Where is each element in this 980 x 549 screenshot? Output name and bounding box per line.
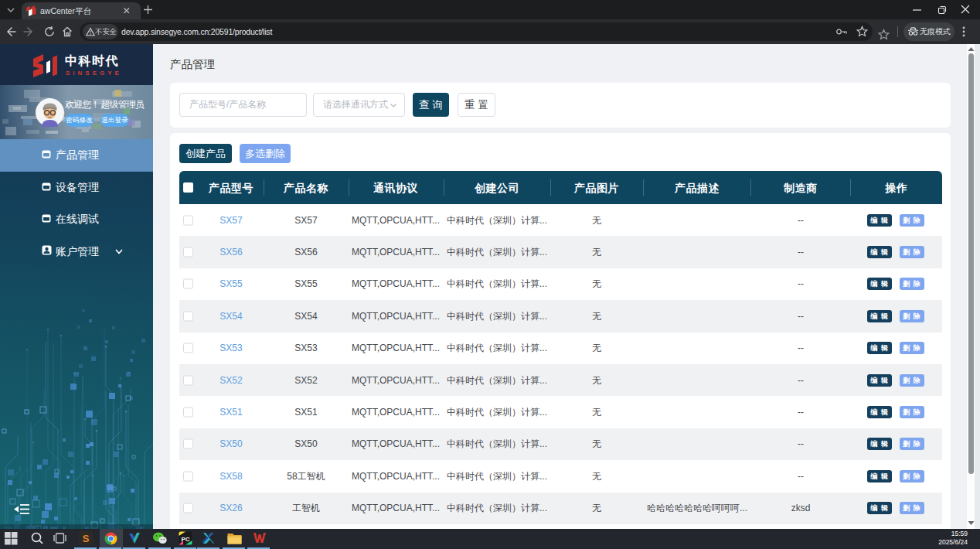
svg-text:PC: PC — [181, 536, 189, 543]
svg-text:S: S — [83, 533, 90, 544]
